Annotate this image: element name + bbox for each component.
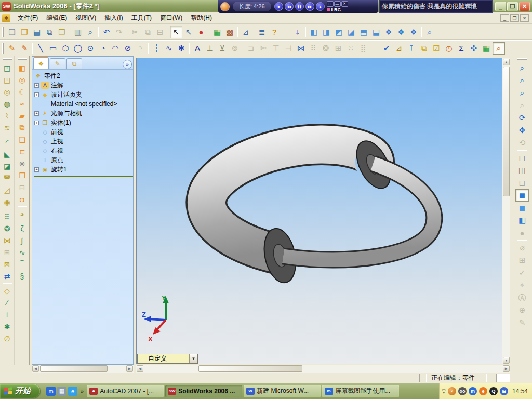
toolbar-grip[interactable]	[3, 58, 12, 60]
tray-network-icon[interactable]: ⊞	[500, 387, 508, 395]
player-eject-button[interactable]: ▲	[316, 2, 325, 11]
display-relations-button[interactable]: ⊻	[216, 42, 229, 55]
draft-button[interactable]: ◿	[1, 184, 14, 196]
equations-button[interactable]: Σ	[455, 42, 468, 55]
player-stop-button[interactable]: ■	[274, 2, 283, 11]
reference-axis-button[interactable]: ⁄	[1, 297, 14, 309]
task-autocad[interactable]: AAutoCAD 2007 - [...	[87, 385, 164, 397]
circle-button[interactable]: ◯	[72, 42, 84, 55]
fillet-feature-button[interactable]: ◜	[1, 136, 14, 148]
measure-button[interactable]: ⊿	[393, 42, 405, 55]
planar-surface-button[interactable]: ▰	[16, 110, 29, 122]
tray-qq-icon[interactable]: Q	[489, 387, 498, 395]
tree-item-revolve1[interactable]: +◉旋转1	[34, 165, 133, 174]
sketch-3d-button[interactable]: ✎	[18, 42, 31, 55]
print-preview-button[interactable]: ⌕	[84, 26, 97, 38]
quicklaunch-maxthon[interactable]: m	[46, 387, 56, 396]
help-button[interactable]: ?	[268, 26, 281, 38]
tray-eyes-icon[interactable]: oo	[458, 387, 467, 395]
section-properties-button[interactable]: ⧉	[418, 42, 430, 55]
spellcheck-button[interactable]: ✔	[380, 42, 393, 55]
player-prev-button[interactable]: ◀◀	[285, 2, 294, 11]
mass-properties-button[interactable]: ⊺	[405, 42, 418, 55]
view-trimetric-button[interactable]: ❖	[395, 26, 407, 38]
toolbar-grip[interactable]	[2, 43, 4, 54]
fillet-surface-button[interactable]: ◕	[16, 208, 29, 220]
new-button[interactable]: ❏	[6, 26, 18, 38]
swept-boss-button[interactable]: ⌇	[1, 110, 14, 122]
toolbar-grip[interactable]	[377, 43, 378, 54]
menu-insert[interactable]: 插入(I)	[100, 12, 127, 24]
move-copy-body-button[interactable]: ⇄	[1, 270, 14, 282]
perimeter-circle-button[interactable]: ⊙	[84, 42, 97, 55]
wireframe-button[interactable]: ◻	[515, 152, 529, 164]
view-isometric-button[interactable]: ❖	[382, 26, 395, 38]
offset-surface-button[interactable]: ⧉	[16, 122, 29, 134]
shell-button[interactable]: ◚	[1, 172, 14, 184]
task-word[interactable]: W新建 Microsoft W...	[244, 385, 321, 397]
menu-edit[interactable]: 编辑(E)	[42, 12, 71, 24]
tray-maxthon-icon[interactable]: m	[469, 387, 477, 395]
thicken-button[interactable]: ◘	[16, 193, 29, 205]
zoom-in-out-button[interactable]: ⌕	[515, 87, 529, 99]
edit-color-button[interactable]: ▦	[211, 26, 223, 38]
close-button[interactable]: ✕	[519, 2, 530, 11]
ellipse-button[interactable]: ⊘	[122, 42, 134, 55]
revolved-boss-button[interactable]: ◎	[1, 86, 14, 98]
scroll-thumb[interactable]	[40, 365, 108, 372]
combo-dropdown-button[interactable]: ▼	[189, 354, 197, 363]
lofted-surface-button[interactable]: ≈	[16, 98, 29, 110]
rotate-view-button[interactable]: ⟳	[515, 112, 529, 124]
menu-window[interactable]: 窗口(W)	[156, 12, 187, 24]
extruded-cut-button[interactable]: ◳	[1, 74, 14, 86]
toolbar-grip[interactable]	[288, 27, 289, 37]
spline-button[interactable]: ∿	[163, 42, 175, 55]
performance-light-button[interactable]: ●	[195, 26, 207, 38]
lrc-toggle[interactable]: LRC	[327, 7, 348, 12]
view-left-button[interactable]: ◩	[332, 26, 345, 38]
polygon-button[interactable]: ⬡	[59, 42, 72, 55]
hole-wizard-button[interactable]: ◉	[1, 196, 14, 208]
lofted-boss-button[interactable]: ≋	[1, 122, 14, 134]
select-filter-button[interactable]: ↖	[182, 26, 195, 38]
tree-item-front-plane[interactable]: +◇前视	[34, 127, 133, 137]
mdi-close-button[interactable]: ✕	[520, 14, 529, 22]
composite-curve-button[interactable]: ∿	[16, 246, 29, 258]
tree-item-part-root[interactable]: ❖ 零件2	[34, 71, 133, 81]
pan-button[interactable]: ✥	[515, 124, 529, 137]
tree-item-solid-bodies[interactable]: +❒实体(1)	[34, 118, 133, 127]
rectangle-button[interactable]: ▭	[47, 42, 59, 55]
print-button[interactable]: ▥	[72, 26, 84, 38]
quick-launch-more-button[interactable]: »	[81, 388, 84, 394]
circular-pattern-button[interactable]: ❂	[1, 222, 14, 234]
revolved-surface-button[interactable]: ◎	[16, 74, 29, 86]
mdi-restore-button[interactable]: ❐	[510, 14, 519, 22]
view-front-button[interactable]: ◧	[308, 26, 320, 38]
tray-collapse-button[interactable]: ▭▾	[442, 389, 446, 394]
player-restore-button[interactable]: □	[327, 1, 334, 7]
swept-surface-button[interactable]: ☾	[16, 86, 29, 98]
player-close-button[interactable]: ✕	[341, 1, 348, 7]
line-button[interactable]: ╲	[34, 42, 47, 55]
viewport-horizontal-scrollbar[interactable]: ◀ ▶	[136, 365, 510, 373]
curve-through-points-button[interactable]: ⌒	[16, 258, 29, 270]
rollback-bar[interactable]	[34, 176, 133, 177]
menu-help[interactable]: 帮助(H)	[187, 12, 216, 24]
scroll-left-button[interactable]: ◀	[137, 365, 143, 372]
task-screenshot[interactable]: m屏幕截图能手使用...	[322, 385, 399, 397]
add-relation-button[interactable]: ⊥	[204, 42, 216, 55]
replace-face-button[interactable]: ❒	[16, 169, 29, 181]
tree-item-lights-cameras[interactable]: +☀光源与相机	[34, 109, 133, 118]
tree-item-annotations[interactable]: +A注解	[34, 81, 133, 90]
task-solidworks[interactable]: SWSolidWorks 2006 ...	[165, 385, 242, 397]
scroll-down-button[interactable]: ▼	[503, 357, 510, 364]
view-top-button[interactable]: ⬒	[357, 26, 370, 38]
scroll-right-button[interactable]: ▶	[126, 365, 133, 372]
make-assembly-button[interactable]: ❒	[56, 26, 68, 38]
player-pause-button[interactable]: ❚❚	[295, 2, 304, 11]
normal-to-button[interactable]: ⤓	[291, 26, 304, 38]
select-button[interactable]: ↖	[170, 26, 182, 38]
chamfer-button[interactable]: ◣	[1, 148, 14, 160]
view-back-button[interactable]: ◨	[320, 26, 332, 38]
player-next-button[interactable]: ▶▶	[305, 2, 314, 11]
